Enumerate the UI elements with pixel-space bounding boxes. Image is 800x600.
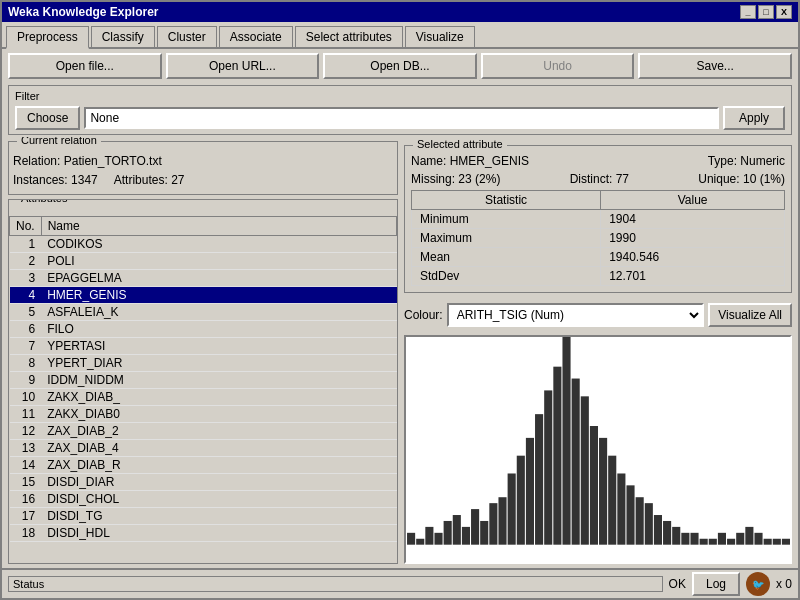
tab-associate[interactable]: Associate: [219, 26, 293, 47]
close-button[interactable]: X: [776, 5, 792, 19]
colour-select[interactable]: ARITH_TSIG (Num): [447, 303, 704, 327]
histogram-bar: [672, 527, 680, 545]
stat-name: Minimum: [412, 210, 601, 229]
stat-value: 1940.546: [601, 248, 785, 267]
attributes-table: No. Name 1CODIKOS2POLI3EPAGGELMA4HMER_GE…: [9, 216, 397, 542]
histogram-bar: [526, 438, 534, 545]
maximize-button[interactable]: □: [758, 5, 774, 19]
attributes-value: 27: [171, 173, 184, 187]
stats-row: StdDev12.701: [412, 267, 785, 286]
table-row[interactable]: 6FILO: [10, 321, 397, 338]
tab-preprocess[interactable]: Preprocess: [6, 26, 89, 49]
minimize-button[interactable]: _: [740, 5, 756, 19]
attributes-label: Attributes:: [114, 173, 168, 187]
histogram-bar: [636, 497, 644, 544]
status-bar: Status OK Log 🐦 x 0: [2, 568, 798, 598]
table-row[interactable]: 9IDDM_NIDDM: [10, 372, 397, 389]
filter-row: Choose None Apply: [15, 106, 785, 130]
table-row[interactable]: 16DISDI_CHOL: [10, 491, 397, 508]
histogram-bar: [709, 539, 717, 545]
table-row[interactable]: 1CODIKOS: [10, 236, 397, 253]
stat-value: 1904: [601, 210, 785, 229]
table-row[interactable]: 17DISDI_TG: [10, 508, 397, 525]
open-url-button[interactable]: Open URL...: [166, 53, 320, 79]
attr-name: ZAKX_DIAB0: [41, 406, 396, 423]
table-row[interactable]: 11ZAKX_DIAB0: [10, 406, 397, 423]
table-row[interactable]: 18DISDI_HDL: [10, 525, 397, 542]
instances-row: Instances: 1347 Attributes: 27: [13, 171, 393, 190]
weka-icon: 🐦: [746, 572, 770, 596]
attr-no: 10: [10, 389, 42, 406]
filter-value: None: [84, 107, 719, 129]
visualize-all-button[interactable]: Visualize All: [708, 303, 792, 327]
stat-name: Mean: [412, 248, 601, 267]
histogram-bar: [498, 497, 506, 544]
open-file-button[interactable]: Open file...: [8, 53, 162, 79]
status-box: Status: [8, 576, 663, 592]
status-label: Status: [13, 578, 44, 590]
table-row[interactable]: 10ZAKX_DIAB_: [10, 389, 397, 406]
attr-name: DISDI_HDL: [41, 525, 396, 542]
attr-name: DISDI_CHOL: [41, 491, 396, 508]
attr-no: 7: [10, 338, 42, 355]
apply-filter-button[interactable]: Apply: [723, 106, 785, 130]
stats-col2-header: Value: [601, 191, 785, 210]
histogram-bar: [590, 426, 598, 545]
attr-name: DISDI_TG: [41, 508, 396, 525]
right-panel: Selected attribute Name: HMER_GENIS Type…: [404, 141, 792, 564]
undo-button[interactable]: Undo: [481, 53, 635, 79]
table-row[interactable]: 15DISDI_DIAR: [10, 474, 397, 491]
histogram-bar: [599, 438, 607, 545]
filter-section: Filter Choose None Apply: [8, 85, 792, 135]
table-row[interactable]: 7YPERTASI: [10, 338, 397, 355]
histogram-bar: [727, 539, 735, 545]
table-row[interactable]: 4HMER_GENIS: [10, 287, 397, 304]
save-button[interactable]: Save...: [638, 53, 792, 79]
col-no-header: No.: [10, 217, 42, 236]
attr-distinct: Distinct: 77: [570, 172, 629, 186]
attr-no: 1: [10, 236, 42, 253]
attr-no: 2: [10, 253, 42, 270]
title-bar: Weka Knowledge Explorer _ □ X: [2, 2, 798, 22]
attr-name: ZAKX_DIAB_: [41, 389, 396, 406]
current-relation-title: Current relation: [17, 137, 101, 146]
tab-visualize[interactable]: Visualize: [405, 26, 475, 47]
stats-col1-header: Statistic: [412, 191, 601, 210]
left-panel: Current relation Relation: Patien_TORTO.…: [8, 141, 398, 564]
choose-filter-button[interactable]: Choose: [15, 106, 80, 130]
histogram-bar: [425, 527, 433, 545]
tab-classify[interactable]: Classify: [91, 26, 155, 47]
x0-label: x 0: [776, 577, 792, 591]
attr-name: ZAX_DIAB_R: [41, 457, 396, 474]
table-row[interactable]: 2POLI: [10, 253, 397, 270]
histogram-bar: [508, 473, 516, 544]
tab-bar: Preprocess Classify Cluster Associate Se…: [2, 22, 798, 49]
histogram-bar: [782, 539, 790, 545]
table-row[interactable]: 12ZAX_DIAB_2: [10, 423, 397, 440]
open-db-button[interactable]: Open DB...: [323, 53, 477, 79]
table-row[interactable]: 13ZAX_DIAB_4: [10, 440, 397, 457]
tab-select-attributes[interactable]: Select attributes: [295, 26, 403, 47]
histogram-bar: [572, 379, 580, 545]
selected-attribute-box: Selected attribute Name: HMER_GENIS Type…: [404, 145, 792, 293]
table-row[interactable]: 3EPAGGELMA: [10, 270, 397, 287]
window-title: Weka Knowledge Explorer: [8, 5, 159, 19]
attributes-title: Attributes: [17, 199, 71, 204]
attr-no: 17: [10, 508, 42, 525]
attr-name: IDDM_NIDDM: [41, 372, 396, 389]
attr-name-label: Name: HMER_GENIS: [411, 154, 529, 168]
tab-cluster[interactable]: Cluster: [157, 26, 217, 47]
log-button[interactable]: Log: [692, 572, 740, 596]
histogram-bar: [773, 539, 781, 545]
attr-name-value: HMER_GENIS: [450, 154, 529, 168]
relation-row: Relation: Patien_TORTO.txt: [13, 152, 393, 171]
histogram-bar: [453, 515, 461, 545]
table-row[interactable]: 14ZAX_DIAB_R: [10, 457, 397, 474]
table-row[interactable]: 5ASFALEIA_K: [10, 304, 397, 321]
histogram-area: 1904 1947 1990: [404, 335, 792, 564]
attr-no: 4: [10, 287, 42, 304]
table-row[interactable]: 8YPERT_DIAR: [10, 355, 397, 372]
attr-type-value: Numeric: [740, 154, 785, 168]
selected-attribute-title: Selected attribute: [413, 138, 507, 150]
attr-name: FILO: [41, 321, 396, 338]
